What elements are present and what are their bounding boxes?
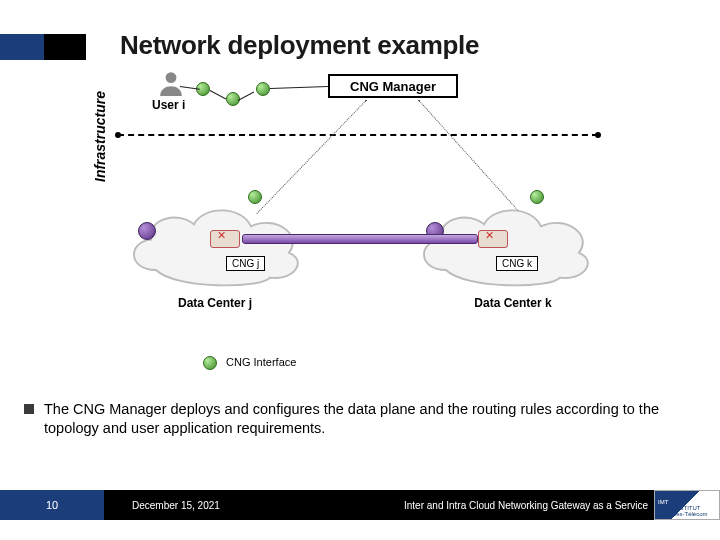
bullet-item: The CNG Manager deploys and configures t…	[24, 400, 696, 438]
boundary-dashed-line	[118, 134, 598, 136]
cng-j-label: CNG j	[226, 256, 265, 271]
infrastructure-label: Infrastructure	[92, 91, 108, 182]
interface-dot	[256, 82, 270, 96]
logo-top-text: IMT	[655, 497, 668, 505]
data-plane-link	[242, 234, 478, 244]
router-icon	[210, 230, 240, 248]
logo-line2: Mines-Télécom	[666, 511, 707, 517]
connector-line	[270, 86, 328, 89]
cng-node	[138, 222, 156, 240]
footer: 10 December 15, 2021 Inter and Intra Clo…	[0, 490, 720, 520]
interface-dot	[530, 190, 544, 204]
datacenter-j-label: Data Center j	[140, 296, 290, 310]
connector-line	[210, 90, 226, 99]
cng-k-label: CNG k	[496, 256, 538, 271]
institute-logo: IMT INSTITUT Mines-Télécom	[654, 490, 720, 520]
slide-title: Network deployment example	[120, 30, 479, 61]
header-accent-black	[44, 34, 86, 60]
cng-manager-box: CNG Manager	[328, 74, 458, 98]
user-label: User i	[152, 98, 185, 112]
footer-topic: Inter and Intra Cloud Networking Gateway…	[364, 490, 654, 520]
network-diagram: CNG Manager User i Infrastructure CNG j …	[118, 74, 598, 364]
user-icon	[158, 70, 184, 96]
svg-point-0	[166, 72, 177, 83]
bullet-list: The CNG Manager deploys and configures t…	[24, 400, 696, 438]
interface-dot-icon	[203, 356, 217, 370]
legend-text: CNG Interface	[226, 356, 296, 368]
footer-date: December 15, 2021	[104, 490, 364, 520]
bullet-square-icon	[24, 404, 34, 414]
connector-line	[238, 92, 254, 101]
datacenter-k-label: Data Center k	[438, 296, 588, 310]
legend: CNG Interface	[203, 356, 296, 370]
header-accent-blue	[0, 34, 44, 60]
interface-dot	[248, 190, 262, 204]
router-icon	[478, 230, 508, 248]
bullet-text: The CNG Manager deploys and configures t…	[44, 400, 696, 438]
slide-number: 10	[0, 490, 104, 520]
